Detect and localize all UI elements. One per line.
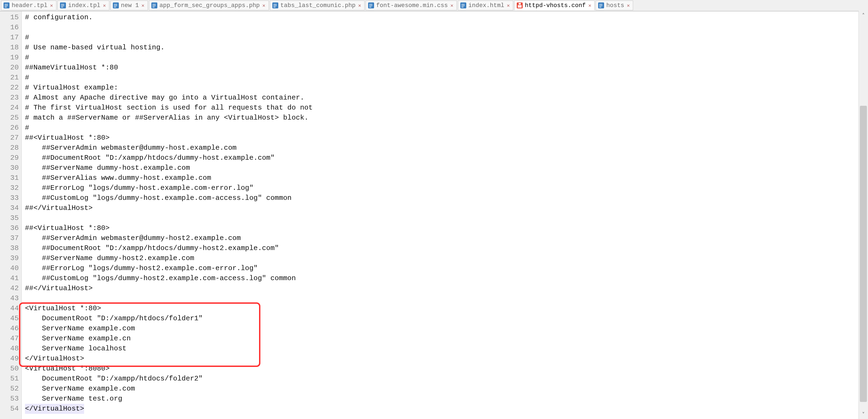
close-icon[interactable]: ✕ [261, 3, 267, 8]
line-number: 41 [0, 273, 19, 283]
file-type-txt-icon [598, 2, 604, 8]
code-line[interactable]: ##ServerAdmin webmaster@dummy-host.examp… [25, 143, 868, 153]
line-number: 37 [0, 233, 19, 243]
scroll-down-arrow-icon[interactable]: ˅ [859, 410, 868, 419]
tab-app-form-sec-groups-apps-php[interactable]: app_form_sec_groups_apps.php✕ [149, 1, 269, 10]
line-number: 33 [0, 193, 19, 203]
file-type-conf-icon [517, 2, 523, 8]
line-number: 23 [0, 93, 19, 103]
line-number: 51 [0, 374, 19, 384]
close-icon[interactable]: ✕ [587, 3, 592, 8]
tab-label: font-awesome.min.css [376, 2, 448, 9]
code-line[interactable]: # Use name-based virtual hosting. [25, 42, 868, 53]
code-line[interactable]: # [25, 33, 868, 42]
code-line[interactable]: # Almost any Apache directive may go int… [25, 93, 868, 103]
close-icon[interactable]: ✕ [141, 3, 145, 8]
code-line[interactable]: ##DocumentRoot "D:/xampp/htdocs/dummy-ho… [25, 153, 868, 163]
tab-label: new 1 [121, 2, 139, 9]
code-line[interactable]: ##ServerName dummy-host.example.com [25, 163, 868, 173]
code-line[interactable] [25, 293, 868, 303]
code-line[interactable]: # VirtualHost example: [25, 83, 868, 93]
tab-font-awesome-min-css[interactable]: font-awesome.min.css✕ [366, 1, 457, 10]
code-line[interactable]: # [25, 53, 868, 63]
tab-index-html[interactable]: index.html✕ [458, 1, 513, 10]
line-number: 24 [0, 103, 19, 113]
code-line[interactable]: ##DocumentRoot "D:/xampp/htdocs/dummy-ho… [25, 243, 868, 253]
code-line[interactable]: ServerName localhost [25, 344, 868, 354]
close-icon[interactable]: ✕ [357, 3, 362, 8]
tab-tabs-last-comunic-php[interactable]: tabs_last_comunic.php✕ [270, 1, 365, 10]
vertical-scrollbar[interactable]: ˄ ˅ [859, 11, 868, 419]
scrollbar-thumb[interactable] [860, 106, 867, 402]
file-type-html-icon [460, 2, 466, 8]
close-icon[interactable]: ✕ [102, 3, 107, 8]
tab-label: httpd-vhosts.conf [525, 2, 586, 9]
line-number: 17 [0, 33, 19, 42]
code-line[interactable] [25, 213, 868, 223]
tab-label: index.tpl [68, 2, 100, 9]
code-line[interactable]: ##ServerName dummy-host2.example.com [25, 253, 868, 263]
line-number: 38 [0, 243, 19, 253]
tab-header-tpl[interactable]: header.tpl✕ [1, 1, 56, 10]
tab-new-1[interactable]: new 1✕ [111, 1, 148, 10]
tab-httpd-vhosts-conf[interactable]: httpd-vhosts.conf✕ [514, 1, 595, 10]
tab-label: tabs_last_comunic.php [280, 2, 355, 9]
code-line[interactable]: <VirtualHost *:80> [25, 303, 868, 314]
code-line[interactable]: </VirtualHost> [25, 354, 868, 364]
close-icon[interactable]: ✕ [626, 3, 631, 8]
file-type-css-icon [368, 2, 374, 8]
line-number-gutter: 1516171819202122232425262728293031323334… [0, 11, 22, 419]
file-type-tpl-icon [113, 2, 119, 8]
line-number: 18 [0, 42, 19, 53]
line-number: 36 [0, 223, 19, 233]
line-number: 15 [0, 12, 19, 23]
code-line[interactable]: ##<VirtualHost *:80> [25, 133, 868, 143]
line-number: 22 [0, 83, 19, 93]
line-number: 29 [0, 153, 19, 163]
code-line[interactable] [25, 23, 868, 33]
code-line[interactable]: ##ErrorLog "logs/dummy-host.example.com-… [25, 183, 868, 193]
code-line[interactable]: # [25, 73, 868, 83]
code-line[interactable]: # configuration. [25, 12, 868, 23]
code-line[interactable]: ##</VirtualHost> [25, 283, 868, 293]
code-line[interactable]: # [25, 123, 868, 133]
file-type-php-icon [272, 2, 278, 8]
tab-index-tpl[interactable]: index.tpl✕ [58, 1, 109, 10]
code-line[interactable]: # match a ##ServerName or ##ServerAlias … [25, 113, 868, 123]
code-line[interactable]: ##ServerAlias www.dummy-host.example.com [25, 173, 868, 183]
code-line[interactable]: ##NameVirtualHost *:80 [25, 63, 868, 73]
code-line[interactable]: ##</VirtualHost> [25, 203, 868, 213]
code-line[interactable]: ##CustomLog "logs/dummy-host.example.com… [25, 193, 868, 203]
code-editor[interactable]: 1516171819202122232425262728293031323334… [0, 11, 868, 419]
line-number: 46 [0, 324, 19, 333]
file-type-tpl-icon [3, 2, 9, 8]
tab-label: header.tpl [12, 2, 48, 9]
close-icon[interactable]: ✕ [506, 3, 511, 8]
line-number: 43 [0, 293, 19, 303]
code-line[interactable]: ##CustomLog "logs/dummy-host2.example.co… [25, 273, 868, 283]
code-line[interactable]: <VirtualHost *:8080> [25, 364, 868, 374]
close-icon[interactable]: ✕ [450, 3, 454, 8]
scrollbar-track[interactable] [859, 20, 868, 410]
code-line[interactable]: ##<VirtualHost *:80> [25, 223, 868, 233]
code-line[interactable]: ServerName test.org [25, 394, 868, 404]
code-line[interactable]: DocumentRoot "D:/xampp/htdocs/folder1" [25, 314, 868, 324]
code-line[interactable]: ServerName example.com [25, 384, 868, 394]
scroll-up-arrow-icon[interactable]: ˄ [859, 11, 868, 20]
tab-hosts[interactable]: hosts✕ [596, 1, 633, 10]
code-line[interactable]: DocumentRoot "D:/xampp/htdocs/folder2" [25, 374, 868, 384]
close-icon[interactable]: ✕ [49, 3, 54, 8]
line-number: 52 [0, 384, 19, 394]
line-number: 34 [0, 203, 19, 213]
code-line[interactable]: ServerName example.com [25, 324, 868, 333]
line-number: 44 [0, 303, 19, 314]
code-area[interactable]: # configuration.## Use name-based virtua… [22, 11, 868, 419]
line-number: 42 [0, 283, 19, 293]
code-line[interactable]: ##ErrorLog "logs/dummy-host2.example.com… [25, 263, 868, 273]
tab-label: hosts [606, 2, 624, 9]
code-line[interactable]: ##ServerAdmin webmaster@dummy-host2.exam… [25, 233, 868, 243]
code-line[interactable]: </VirtualHost> [25, 404, 868, 414]
code-line[interactable]: ServerName example.cn [25, 333, 868, 344]
line-number: 21 [0, 73, 19, 83]
code-line[interactable]: # The first VirtualHost section is used … [25, 103, 868, 113]
